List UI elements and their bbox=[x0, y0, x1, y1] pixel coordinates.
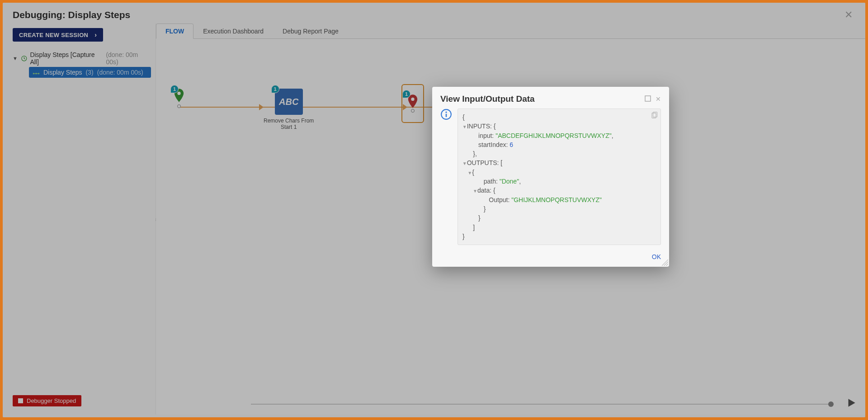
resize-grip-icon[interactable] bbox=[662, 260, 668, 266]
json-line: input: "ABCDEFGHIJKLMNOPQRSTUVWXYZ", bbox=[462, 131, 656, 140]
page-title: Debugging: Display Steps bbox=[13, 9, 130, 20]
node-port-icon bbox=[177, 104, 181, 108]
tree-child-suffix: (done: 00m 00s) bbox=[97, 69, 143, 76]
caret-down-icon[interactable]: ▼ bbox=[462, 124, 467, 131]
node-port-icon bbox=[411, 109, 415, 113]
svg-point-6 bbox=[411, 98, 414, 101]
caret-down-icon[interactable]: ▼ bbox=[462, 160, 467, 167]
json-line: { bbox=[462, 113, 656, 122]
tree-root-label: Display Steps [Capture All] bbox=[30, 51, 103, 66]
caret-down-icon[interactable]: ▼ bbox=[467, 170, 472, 177]
timeline-knob[interactable] bbox=[828, 401, 834, 407]
create-session-button[interactable]: CREATE NEW SESSION › bbox=[13, 28, 103, 42]
page-header: Debugging: Display Steps ✕ bbox=[3, 3, 865, 24]
svg-point-5 bbox=[177, 92, 180, 95]
tab-debug-report[interactable]: Debug Report Page bbox=[273, 24, 348, 39]
copy-icon[interactable] bbox=[651, 112, 658, 121]
io-data-modal: View Input/Output Data ✕ { ▼INPUTS: { bbox=[432, 87, 669, 267]
json-line: path: "Done", bbox=[462, 177, 656, 186]
info-icon bbox=[440, 109, 453, 245]
tab-flow[interactable]: FLOW bbox=[156, 24, 193, 39]
json-line: ▼{ bbox=[462, 168, 656, 177]
flow-step-label: Remove Chars From Start 1 bbox=[264, 118, 314, 131]
abc-block-icon: ABC bbox=[275, 89, 303, 115]
stop-icon bbox=[18, 398, 23, 403]
json-line: ] bbox=[462, 223, 656, 232]
json-line: } bbox=[462, 232, 656, 241]
json-line: } bbox=[462, 213, 656, 222]
create-session-label: CREATE NEW SESSION bbox=[19, 32, 88, 38]
caret-down-icon[interactable]: ▼ bbox=[473, 188, 477, 195]
flow-start-node[interactable]: 1 bbox=[174, 89, 184, 108]
modal-header: View Input/Output Data ✕ bbox=[432, 87, 669, 109]
flow-step-node[interactable]: 1 ABC Remove Chars From Start 1 bbox=[264, 89, 314, 131]
flow-end-node[interactable]: 1 bbox=[401, 84, 424, 123]
debugger-status-badge: Debugger Stopped bbox=[13, 395, 81, 406]
node-badge: 1 bbox=[170, 85, 179, 93]
play-button[interactable] bbox=[845, 397, 857, 410]
node-badge: 1 bbox=[271, 85, 279, 93]
maximize-icon[interactable] bbox=[645, 95, 651, 103]
tree-collapse-icon[interactable]: ▼ bbox=[13, 56, 18, 61]
json-line: }, bbox=[462, 149, 656, 158]
tab-execution-dashboard[interactable]: Execution Dashboard bbox=[193, 24, 273, 39]
debugger-status-text: Debugger Stopped bbox=[27, 397, 76, 404]
steps-icon bbox=[33, 70, 40, 75]
tree-root-suffix: (done: 00m 00s) bbox=[106, 51, 151, 66]
svg-rect-7 bbox=[645, 96, 651, 101]
json-line: ▼INPUTS: { bbox=[462, 122, 656, 131]
clock-icon bbox=[21, 55, 28, 62]
json-line: ▼data: { bbox=[462, 186, 656, 195]
tree-child-count: (3) bbox=[86, 69, 94, 76]
modal-title: View Input/Output Data bbox=[440, 94, 535, 104]
session-tree: ▼ Display Steps [Capture All] (done: 00m… bbox=[3, 47, 156, 410]
tree-child-row[interactable]: Display Steps (3) (done: 00m 00s) bbox=[29, 67, 151, 78]
svg-rect-10 bbox=[446, 113, 447, 117]
json-line: startIndex: 6 bbox=[462, 140, 656, 149]
svg-point-9 bbox=[445, 112, 447, 113]
tab-bar: FLOW Execution Dashboard Debug Report Pa… bbox=[156, 24, 865, 39]
flow-arrow-icon bbox=[259, 104, 264, 110]
chevron-right-icon: › bbox=[94, 31, 97, 38]
json-line: Output: "GHIJKLMNOPQRSTUVWXYZ" bbox=[462, 195, 656, 204]
sidebar: CREATE NEW SESSION › ▼ Display Steps [Ca… bbox=[3, 24, 156, 415]
close-icon[interactable]: ✕ bbox=[842, 9, 855, 21]
json-line: } bbox=[462, 204, 656, 213]
ok-button[interactable]: OK bbox=[652, 253, 661, 260]
timeline-slider[interactable] bbox=[251, 404, 834, 405]
node-badge: 1 bbox=[402, 90, 410, 98]
tree-child-label: Display Steps bbox=[43, 69, 82, 76]
json-line: ▼OUTPUTS: [ bbox=[462, 158, 656, 167]
json-viewer[interactable]: { ▼INPUTS: { input: "ABCDEFGHIJKLMNOPQRS… bbox=[458, 109, 661, 245]
close-icon[interactable]: ✕ bbox=[656, 95, 661, 103]
tree-root-row[interactable]: ▼ Display Steps [Capture All] (done: 00m… bbox=[13, 50, 151, 67]
